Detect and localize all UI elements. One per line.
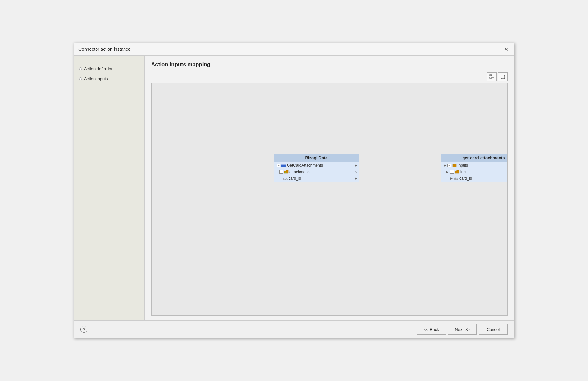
left-row-1-arrow: ▶ xyxy=(355,164,357,167)
left-node-header: Bizagi Data xyxy=(274,154,359,162)
left-node-row-3: abc card_id ▶ xyxy=(280,175,359,182)
back-button[interactable]: << Back xyxy=(417,324,446,335)
folder-icon-r1 xyxy=(452,164,457,167)
svg-rect-6 xyxy=(501,75,505,79)
footer-left: ? xyxy=(80,326,87,333)
sidebar-circle-2 xyxy=(79,77,82,80)
svg-rect-5 xyxy=(492,76,494,77)
sidebar-label-action-inputs: Action inputs xyxy=(84,76,108,81)
left-node-row-2: + attachments ▷ xyxy=(277,169,359,175)
connection-lines xyxy=(152,83,507,315)
left-row-2-arrow: ▷ xyxy=(355,170,357,173)
right-node-row-3: ▶ abc card_id xyxy=(448,175,508,182)
abc-icon-r3: abc xyxy=(454,176,458,180)
sidebar-item-action-inputs[interactable]: Action inputs xyxy=(79,75,139,83)
svg-rect-0 xyxy=(490,75,492,76)
right-node-row-1: ▶ − inputs xyxy=(441,162,508,169)
right-row-2-left-arrow: ▶ xyxy=(446,170,449,173)
right-node: get-card-attachments ▶ − inputs xyxy=(441,154,508,182)
footer: ? << Back Next >> Cancel xyxy=(74,320,514,338)
mapping-inner: Bizagi Data − GetCardAttachments ▶ xyxy=(152,83,507,315)
expand-icon-1[interactable]: − xyxy=(277,164,280,167)
right-row-2-label: input xyxy=(460,170,469,174)
dialog: Connector action instance ✕ Action defin… xyxy=(74,43,514,338)
toolbar xyxy=(151,72,508,81)
dialog-body: Action definition Action inputs Action i… xyxy=(74,56,514,320)
sidebar: Action definition Action inputs xyxy=(74,56,145,320)
folder-icon-r2 xyxy=(455,170,459,174)
abc-icon-3: abc xyxy=(283,176,288,180)
expand-icon-r2[interactable]: − xyxy=(450,170,454,174)
left-row-3-arrow: ▶ xyxy=(355,177,357,180)
left-row-3-label: card_id xyxy=(289,176,301,181)
next-button[interactable]: Next >> xyxy=(448,324,477,335)
dialog-title: Connector action instance xyxy=(78,47,131,52)
page-title: Action inputs mapping xyxy=(151,61,508,68)
right-row-3-left-arrow: ▶ xyxy=(450,177,453,180)
left-node: Bizagi Data − GetCardAttachments ▶ xyxy=(274,154,359,182)
left-node-row-1: − GetCardAttachments ▶ xyxy=(274,162,359,169)
left-row-1-label: GetCardAttachments xyxy=(287,163,323,168)
sidebar-item-action-definition[interactable]: Action definition xyxy=(79,65,139,73)
toolbar-layout-btn[interactable] xyxy=(487,72,497,81)
close-button[interactable]: ✕ xyxy=(502,46,510,53)
expand-icon-r1[interactable]: − xyxy=(447,164,451,167)
folder-icon-2 xyxy=(284,170,289,174)
right-row-3-label: card_id xyxy=(459,176,472,181)
cancel-button[interactable]: Cancel xyxy=(479,324,508,335)
table-icon-1 xyxy=(281,164,286,167)
svg-rect-16 xyxy=(281,164,286,167)
sidebar-circle-1 xyxy=(79,67,82,70)
right-node-row-2: ▶ − input xyxy=(444,169,508,175)
expand-icon-2[interactable]: + xyxy=(279,170,283,174)
right-row-1-left-arrow: ▶ xyxy=(444,164,446,167)
help-button[interactable]: ? xyxy=(80,326,87,333)
left-row-2-label: attachments xyxy=(289,170,310,174)
right-row-1-label: inputs xyxy=(458,163,468,168)
right-node-header: get-card-attachments xyxy=(441,154,508,162)
main-content: Action inputs mapping xyxy=(145,56,514,320)
layout-icon xyxy=(489,74,495,80)
svg-point-20 xyxy=(285,172,286,173)
svg-rect-1 xyxy=(490,77,492,78)
toolbar-fit-btn[interactable] xyxy=(498,72,508,81)
sidebar-label-action-definition: Action definition xyxy=(84,66,114,71)
mapping-canvas[interactable]: Bizagi Data − GetCardAttachments ▶ xyxy=(151,83,508,316)
title-bar: Connector action instance ✕ xyxy=(74,43,514,56)
fit-icon xyxy=(500,74,506,80)
